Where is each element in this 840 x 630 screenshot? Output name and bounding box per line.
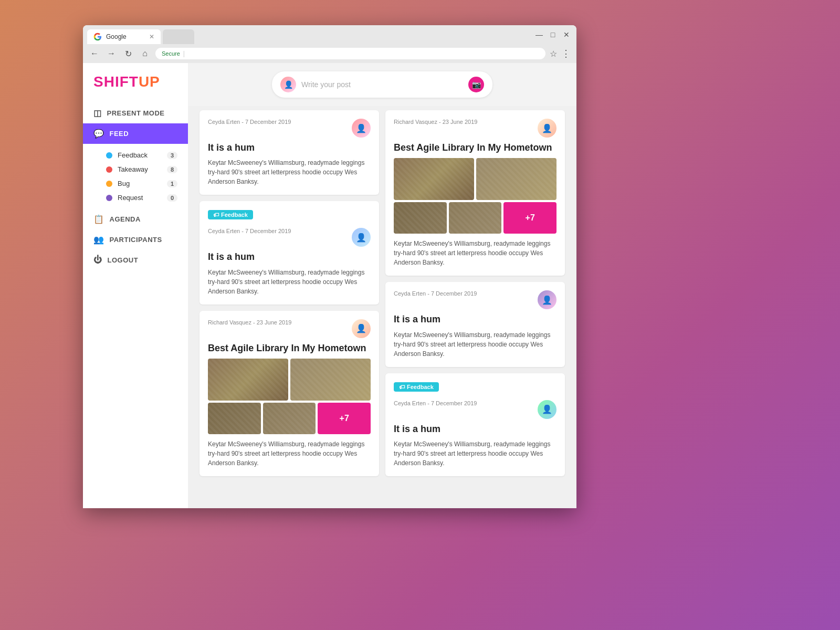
filter-request-label: Request (118, 194, 162, 202)
bug-dot (106, 181, 112, 187)
sidebar-item-participants[interactable]: 👥 PARTICIPANTS (83, 229, 188, 250)
filter-feedback-count: 3 (167, 152, 177, 159)
sidebar-item-agenda[interactable]: 📋 AGENDA (83, 209, 188, 229)
filter-bug[interactable]: Bug 1 (106, 176, 188, 191)
restore-button[interactable]: □ (548, 30, 558, 39)
filter-feedback[interactable]: Feedback 3 (106, 148, 188, 162)
post-bar: 👤 Write your post 📷 (188, 63, 576, 106)
post-image (394, 158, 474, 200)
logout-icon: ⏻ (93, 255, 102, 265)
post-image-more: +7 (318, 403, 371, 434)
post-body: Keytar McSweeney's Williamsburg, readyma… (394, 239, 556, 267)
post-header: Ceyda Erten - 7 December 2019 👤 (394, 400, 556, 419)
bookmark-button[interactable]: ☆ (550, 49, 557, 59)
post-input-placeholder[interactable]: Write your post (301, 80, 463, 89)
sidebar-item-label: PRESENT MODE (107, 109, 165, 117)
home-button[interactable]: ⌂ (139, 47, 151, 60)
avatar: 👤 (352, 319, 371, 338)
sidebar-item-feed[interactable]: 💬 FEED (83, 123, 188, 144)
agenda-icon: 📋 (93, 214, 104, 224)
tag-icon: 🏷 (399, 384, 405, 390)
post-title: Best Agile Library In My Hometown (394, 142, 556, 154)
post-image (290, 359, 371, 401)
sidebar-item-participants-label: PARTICIPANTS (110, 236, 162, 244)
takeaway-dot (106, 166, 112, 173)
post-image (476, 158, 556, 200)
avatar: 👤 (352, 119, 371, 138)
post-card: Ceyda Erten - 7 December 2019 👤 It is a … (385, 282, 565, 366)
back-button[interactable]: ← (88, 47, 101, 60)
filter-request[interactable]: Request 0 (106, 191, 188, 205)
post-body: Keytar McSweeney's Williamsburg, readyma… (394, 330, 556, 359)
post-meta: Ceyda Erten - 7 December 2019 (394, 290, 477, 297)
filter-list: Feedback 3 Takeaway 8 Bug 1 (83, 144, 188, 209)
post-title: It is a hum (394, 313, 556, 326)
feed-icon: 💬 (93, 129, 104, 139)
post-meta: Richard Vasquez - 23 June 2019 (208, 319, 291, 326)
sidebar-item-logout[interactable]: ⏻ LOGOUT (83, 250, 188, 270)
feed-column-1: Ceyda Erten - 7 December 2019 👤 It is a … (196, 110, 382, 500)
post-meta: Richard Vasquez - 23 June 2019 (394, 119, 477, 125)
filter-bug-count: 1 (167, 180, 177, 187)
post-image (263, 403, 316, 434)
avatar: 👤 (352, 228, 371, 247)
tab-close-button[interactable]: ✕ (149, 33, 154, 40)
post-title: It is a hum (394, 423, 556, 435)
post-title: It is a hum (208, 142, 371, 154)
post-image (449, 202, 502, 234)
feedback-dot (106, 152, 112, 159)
google-icon (93, 33, 102, 41)
request-dot (106, 195, 112, 201)
post-card: Ceyda Erten - 7 December 2019 👤 It is a … (200, 110, 379, 195)
close-button[interactable]: ✕ (562, 30, 571, 39)
filter-takeaway[interactable]: Takeaway 8 (106, 162, 188, 176)
reload-button[interactable]: ↻ (122, 47, 134, 60)
avatar: 👤 (538, 290, 556, 309)
logo: SHIFTUP (83, 74, 188, 103)
sidebar-item-logout-label: LOGOUT (108, 256, 139, 264)
post-body: Keytar McSweeney's Williamsburg, readyma… (394, 439, 556, 468)
new-tab[interactable] (163, 29, 194, 44)
post-input-area[interactable]: 👤 Write your post 📷 (272, 71, 492, 98)
post-card: Richard Vasquez - 23 June 2019 👤 Best Ag… (200, 311, 379, 476)
participants-icon: 👥 (93, 235, 104, 245)
sidebar-item-feed-label: FEED (110, 130, 129, 138)
post-title: Best Agile Library In My Hometown (208, 342, 371, 354)
post-card: 🏷 Feedback Ceyda Erten - 7 December 2019… (385, 373, 565, 476)
sidebar-item-present-mode[interactable]: ◫ PRESENT MODE (83, 103, 188, 123)
filter-takeaway-count: 8 (167, 166, 177, 173)
filter-takeaway-label: Takeaway (118, 165, 162, 173)
filter-request-count: 0 (167, 194, 177, 202)
current-user-avatar: 👤 (280, 77, 296, 92)
minimize-button[interactable]: — (534, 30, 544, 39)
post-card: 🏷 Feedback Ceyda Erten - 7 December 2019… (200, 201, 379, 304)
post-images-top (394, 158, 556, 200)
browser-tab-google[interactable]: Google ✕ (87, 29, 161, 44)
sidebar: SHIFTUP ◫ PRESENT MODE 💬 FEED Feedback 3 (83, 63, 188, 508)
post-header: Richard Vasquez - 23 June 2019 👤 (394, 119, 556, 138)
secure-badge: Secure (162, 50, 180, 57)
sidebar-item-agenda-label: AGENDA (110, 215, 141, 223)
post-header: Richard Vasquez - 23 June 2019 👤 (208, 319, 371, 338)
logo-up: UP (139, 74, 160, 90)
forward-button[interactable]: → (105, 47, 118, 60)
menu-button[interactable]: ⋮ (561, 48, 571, 59)
post-body: Keytar McSweeney's Williamsburg, readyma… (208, 268, 371, 296)
post-meta: Ceyda Erten - 7 December 2019 (394, 400, 477, 406)
address-bar[interactable]: Secure | (155, 48, 545, 59)
post-image (394, 202, 447, 234)
post-header: Ceyda Erten - 7 December 2019 👤 (394, 290, 556, 309)
post-image-more: +7 (503, 202, 556, 234)
post-header: Ceyda Erten - 7 December 2019 👤 (208, 228, 371, 247)
logo-shift: SHIFT (93, 74, 139, 90)
camera-button[interactable]: 📷 (468, 77, 484, 92)
avatar: 👤 (538, 119, 556, 138)
filter-bug-label: Bug (118, 180, 162, 187)
feedback-tag: 🏷 Feedback (394, 382, 439, 392)
post-meta: Ceyda Erten - 7 December 2019 (208, 119, 291, 125)
feed-column-2: Richard Vasquez - 23 June 2019 👤 Best Ag… (382, 110, 568, 500)
feed-columns: Ceyda Erten - 7 December 2019 👤 It is a … (188, 106, 576, 508)
avatar: 👤 (538, 400, 556, 419)
filter-feedback-label: Feedback (118, 151, 162, 159)
tag-icon: 🏷 (213, 212, 219, 218)
